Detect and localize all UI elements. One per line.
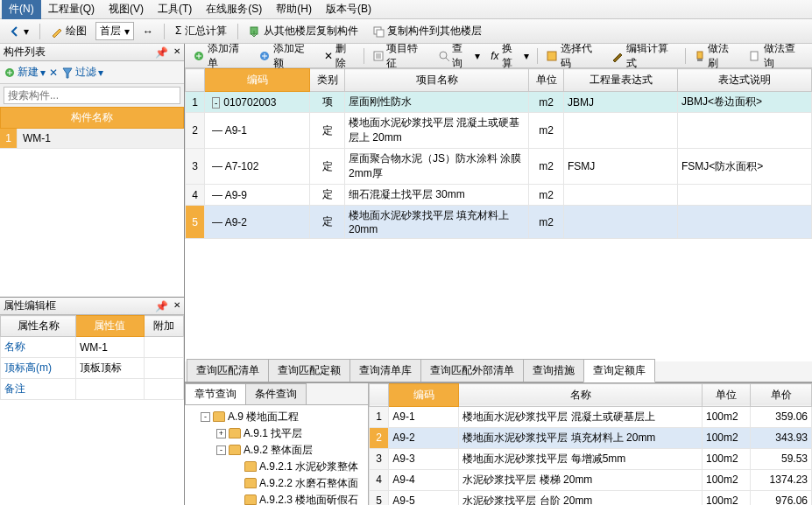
main-row[interactable]: 1-010702003项屋面刚性防水m2JBMJJBMJ<卷边面积> <box>186 92 812 113</box>
copy-from-button[interactable]: 从其他楼层复制构件 <box>244 22 364 40</box>
tab-ext-list[interactable]: 查询匹配外部清单 <box>420 359 524 382</box>
copy-down-icon <box>249 25 261 38</box>
tree-tab-condition[interactable]: 条件查询 <box>245 383 307 404</box>
tab-measures[interactable]: 查询措施 <box>523 359 584 382</box>
svg-point-7 <box>440 52 447 59</box>
folder-icon <box>244 461 257 472</box>
code-icon <box>546 50 558 62</box>
copy-to-button[interactable]: 复制构件到其他楼层 <box>367 22 487 40</box>
row-number: 1 <box>0 129 18 148</box>
prop-col-extra: 附加 <box>144 316 183 337</box>
main-row[interactable]: 2— A9-1定楼地面水泥砂浆找平层 混凝土或硬基层上 20mmm2 <box>186 113 812 149</box>
arrow-back-icon <box>9 25 21 38</box>
component-name-header: 构件名称 <box>0 107 184 129</box>
edit-icon <box>611 50 624 62</box>
qcol-code[interactable]: 编码 <box>389 383 459 406</box>
tree-node[interactable]: -A.9.2 整体面层 <box>188 442 364 459</box>
new-button[interactable]: 新建▾ <box>4 65 46 80</box>
tab-match-quota[interactable]: 查询匹配定额 <box>268 359 350 382</box>
close-panel-icon[interactable]: ✕ <box>173 46 180 59</box>
draw-button[interactable]: 绘图 <box>46 22 92 40</box>
property-panel-header: 属性编辑框 📌 ✕ <box>0 298 184 315</box>
quota-row[interactable]: 4A9-4水泥砂浆找平层 楼梯 20mm100m21374.23 <box>370 469 812 490</box>
tree-node[interactable]: A.9.2.2 水磨石整体面 <box>188 475 364 492</box>
filter-button[interactable]: 过滤▾ <box>61 65 103 80</box>
component-list-header: 构件列表 📌 ✕ <box>0 44 184 61</box>
chapter-tree: -A.9 楼地面工程+A.9.1 找平层-A.9.2 整体面层A.9.2.1 水… <box>185 405 368 506</box>
menu-qty[interactable]: 工程量(Q) <box>41 0 102 19</box>
col-unit[interactable]: 单位 <box>529 69 564 92</box>
tree-node[interactable]: A.9.2.1 水泥砂浆整体 <box>188 459 364 475</box>
svg-rect-2 <box>377 30 384 37</box>
menu-tools[interactable]: 工具(T) <box>151 0 199 19</box>
right-toolbar: 添加清单 添加定额 ✕ 删除 项目特征 查询▾ fx 换算▾ 选择代码 编辑计算… <box>185 44 812 68</box>
search-input[interactable] <box>4 87 180 104</box>
qcol-name[interactable]: 名称 <box>459 383 703 406</box>
search-icon <box>438 50 449 62</box>
funnel-icon <box>61 67 74 79</box>
prop-row[interactable]: 备注 <box>1 379 184 400</box>
component-row[interactable]: 1 WM-1 <box>0 129 184 149</box>
svg-rect-8 <box>547 52 556 60</box>
quota-row[interactable]: 3A9-3楼地面水泥砂浆找平层 每增减5mm100m259.53 <box>370 448 812 469</box>
folder-icon <box>213 411 225 422</box>
add-green-icon <box>193 50 205 62</box>
col-desc[interactable]: 表达式说明 <box>678 69 812 92</box>
qcol-price[interactable]: 单价 <box>751 383 812 406</box>
quota-row[interactable]: 5A9-5水泥砂浆找平层 台阶 20mm100m2976.06 <box>370 490 812 505</box>
col-name[interactable]: 项目名称 <box>345 69 529 92</box>
menu-file[interactable]: 件(N) <box>2 0 41 19</box>
list-icon <box>372 50 385 62</box>
qcol-unit[interactable]: 单位 <box>703 383 751 406</box>
menu-online[interactable]: 在线服务(S) <box>199 0 269 19</box>
add-blue-icon <box>258 50 271 62</box>
svg-rect-10 <box>751 52 758 60</box>
quota-table: 编码 名称 单位 单价 1A9-1楼地面水泥砂浆找平层 混凝土或硬基层上100m… <box>369 383 812 506</box>
folder-icon <box>229 445 241 455</box>
folder-icon <box>229 428 241 438</box>
tab-quota-lib[interactable]: 查询定额库 <box>583 359 655 382</box>
bottom-tabs: 查询匹配清单 查询匹配定额 查询清单库 查询匹配外部清单 查询措施 查询定额库 <box>185 361 812 382</box>
svg-rect-9 <box>697 52 703 59</box>
main-table: 编码 类别 项目名称 单位 工程量表达式 表达式说明 1-010702003项屋… <box>185 68 812 239</box>
col-code[interactable]: 编码 <box>205 69 310 92</box>
back-button[interactable]: ▾ <box>4 24 34 39</box>
tree-node[interactable]: -A.9 楼地面工程 <box>188 409 364 425</box>
property-table: 属性名称 属性值 附加 名称WM-1 顶标高(m)顶板顶标 备注 <box>0 315 184 400</box>
menu-version[interactable]: 版本号(B) <box>319 0 378 19</box>
col-expr[interactable]: 工程量表达式 <box>564 69 678 92</box>
quota-row[interactable]: 2A9-2楼地面水泥砂浆找平层 填充材料上 20mm100m2343.93 <box>370 427 812 448</box>
pin-icon[interactable]: 📌 <box>155 46 168 59</box>
pencil-icon <box>51 25 63 38</box>
tree-node[interactable]: A.9.2.3 楼地面斫假石 <box>188 492 364 506</box>
pin-icon[interactable]: 📌 <box>155 300 168 312</box>
main-toolbar: ▾ 绘图 首层▾ ↔ Σ 汇总计算 从其他楼层复制构件 复制构件到其他楼层 <box>0 19 812 44</box>
tree-tab-chapter[interactable]: 章节查询 <box>185 383 246 404</box>
prop-col-value: 属性值 <box>76 316 145 337</box>
col-cat[interactable]: 类别 <box>310 69 345 92</box>
main-row[interactable]: 5— A9-2定楼地面水泥砂浆找平层 填充材料上 20mmm2 <box>186 206 812 239</box>
main-row[interactable]: 4— A9-9定细石混凝土找平层 30mmm2 <box>186 185 812 206</box>
floor-select[interactable]: 首层▾ <box>95 22 134 40</box>
prop-col-name: 属性名称 <box>1 316 76 337</box>
menu-help[interactable]: 帮助(H) <box>269 0 319 19</box>
tab-list-lib[interactable]: 查询清单库 <box>350 359 421 382</box>
close-prop-icon[interactable]: ✕ <box>173 300 180 312</box>
menu-view[interactable]: 视图(V) <box>102 0 151 19</box>
tree-node[interactable]: +A.9.1 找平层 <box>188 425 364 442</box>
nav-button[interactable]: ↔ <box>138 24 159 39</box>
quota-row[interactable]: 1A9-1楼地面水泥砂浆找平层 混凝土或硬基层上100m2359.06 <box>370 406 812 427</box>
sum-button[interactable]: Σ 汇总计算 <box>170 22 232 40</box>
component-name: WM-1 <box>18 129 184 148</box>
menu-bar: 件(N) 工程量(Q) 视图(V) 工具(T) 在线服务(S) 帮助(H) 版本… <box>0 0 812 19</box>
prop-row[interactable]: 名称WM-1 <box>1 337 184 358</box>
folder-icon <box>244 494 257 505</box>
close-list-icon[interactable]: ✕ <box>49 67 58 79</box>
prop-row[interactable]: 顶标高(m)顶板顶标 <box>1 358 184 379</box>
main-row[interactable]: 3— A7-102定屋面聚合物水泥（JS）防水涂料 涂膜2mm厚m2FSMJFS… <box>186 149 812 185</box>
tab-match-list[interactable]: 查询匹配清单 <box>187 359 269 382</box>
doc-search-icon <box>749 50 761 62</box>
copy-icon <box>372 25 385 38</box>
folder-icon <box>244 478 257 488</box>
plus-icon <box>4 67 16 79</box>
